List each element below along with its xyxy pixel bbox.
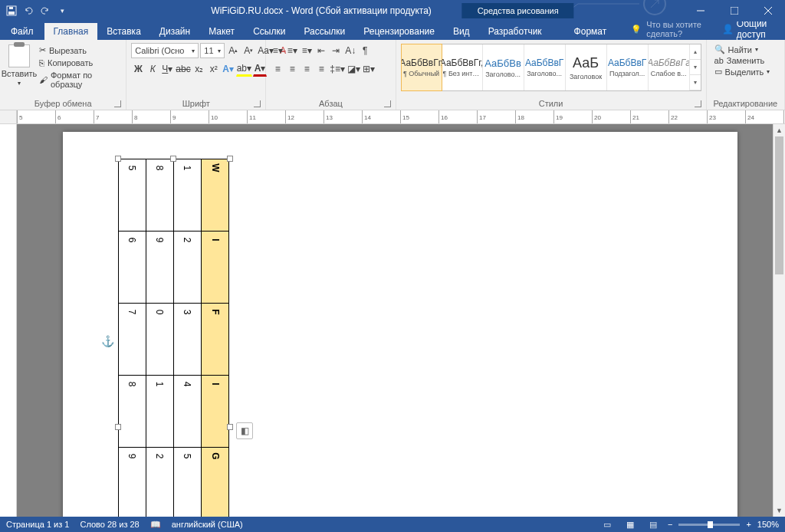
group-paragraph-label: Абзац: [269, 97, 392, 110]
bold-button[interactable]: Ж: [131, 61, 145, 77]
view-read-button[interactable]: ▭: [599, 518, 616, 530]
justify-button[interactable]: ≡: [314, 61, 328, 77]
view-print-button[interactable]: ▦: [622, 518, 639, 530]
status-page[interactable]: Страница 1 из 1: [6, 520, 69, 529]
status-words[interactable]: Слово 28 из 28: [80, 520, 139, 529]
share-button[interactable]: 👤Общий доступ: [722, 18, 777, 40]
bullets-button[interactable]: ≡▾: [271, 43, 284, 58]
tab-mailings[interactable]: Рассылки: [294, 23, 354, 40]
undo-icon[interactable]: [21, 4, 35, 18]
redo-icon[interactable]: [38, 4, 52, 18]
find-button[interactable]: 🔍Найти▾: [714, 44, 770, 54]
tab-developer[interactable]: Разработчик: [479, 23, 551, 40]
underline-button[interactable]: Ч▾: [160, 61, 174, 77]
text-effects-button[interactable]: A▾: [222, 61, 235, 77]
paste-icon: [8, 44, 30, 67]
tab-format[interactable]: Формат: [565, 23, 616, 40]
styles-more[interactable]: ▴▾▾: [690, 44, 701, 90]
handle-tl[interactable]: [115, 156, 121, 162]
tell-me[interactable]: 💡Что вы хотите сделать?: [623, 20, 718, 38]
svg-rect-6: [731, 7, 738, 15]
window-controls: [684, 0, 785, 21]
style-emphasis[interactable]: АаБбВвГгСлабое в...: [649, 44, 690, 90]
format-painter-button[interactable]: 🖌Формат по образцу: [37, 70, 121, 90]
font-color-button[interactable]: A▾: [253, 61, 267, 77]
tab-view[interactable]: Вид: [444, 23, 479, 40]
close-button[interactable]: [751, 0, 785, 21]
font-size-combo[interactable]: 11▾: [200, 43, 225, 58]
group-styles-label: Стили: [399, 97, 703, 110]
grow-font-button[interactable]: A▴: [226, 43, 240, 58]
svg-rect-2: [9, 7, 13, 9]
layout-options-button[interactable]: ◧: [236, 422, 253, 439]
multilevel-button[interactable]: ≡▾: [300, 43, 314, 58]
handle-mr[interactable]: [227, 424, 233, 430]
align-right-button[interactable]: ≡: [300, 61, 314, 77]
align-left-button[interactable]: ≡: [271, 61, 284, 77]
status-proofing-icon[interactable]: 📖: [150, 520, 161, 530]
show-marks-button[interactable]: ¶: [358, 43, 372, 58]
style-heading1[interactable]: АаБбВвЗаголово...: [483, 44, 524, 90]
paste-button[interactable]: Вставить▾: [3, 41, 35, 87]
style-title[interactable]: АаБЗаголовок: [566, 44, 607, 90]
shading-button[interactable]: ◪▾: [347, 61, 361, 77]
strike-button[interactable]: abc: [175, 61, 191, 77]
zoom-level[interactable]: 150%: [757, 520, 779, 529]
subscript-button[interactable]: x₂: [192, 61, 206, 77]
scroll-down[interactable]: ▼: [774, 504, 785, 517]
zoom-in-button[interactable]: +: [746, 520, 751, 529]
copy-icon: ⎘: [39, 58, 44, 67]
select-button[interactable]: ▭Выделить▾: [714, 67, 770, 77]
borders-button[interactable]: ⊞▾: [362, 61, 376, 77]
handle-tr[interactable]: [227, 156, 233, 162]
tab-layout[interactable]: Макет: [199, 23, 244, 40]
tab-insert[interactable]: Вставка: [97, 23, 150, 40]
contextual-tab-label: Средства рисования: [462, 3, 574, 18]
horizontal-ruler[interactable]: 567891011121314151617181920212223242526: [0, 110, 785, 124]
sort-button[interactable]: A↓: [343, 43, 357, 58]
style-normal[interactable]: АаБбВвГг,¶ Обычный: [401, 44, 442, 91]
numbering-button[interactable]: ≡▾: [285, 43, 299, 58]
decrease-indent-button[interactable]: ⇤: [314, 43, 328, 58]
highlight-button[interactable]: ab▾: [236, 61, 252, 77]
italic-button[interactable]: К: [146, 61, 159, 77]
handle-ml[interactable]: [115, 424, 121, 430]
zoom-out-button[interactable]: −: [668, 520, 672, 529]
document-canvas[interactable]: ⚓ ◧ 581W692I703F814I925G: [17, 124, 773, 517]
tab-home[interactable]: Главная: [44, 23, 98, 40]
save-icon[interactable]: [5, 4, 18, 18]
copy-button[interactable]: ⎘Копировать: [37, 57, 121, 68]
shrink-font-button[interactable]: A▾: [241, 43, 255, 58]
replace-button[interactable]: abЗаменить: [714, 56, 770, 65]
scroll-up[interactable]: ▲: [774, 124, 785, 136]
group-editing-label: Редактирование: [710, 97, 781, 110]
superscript-button[interactable]: x²: [207, 61, 221, 77]
cut-button[interactable]: ✂Вырезать: [37, 44, 121, 56]
line-spacing-button[interactable]: ‡≡▾: [329, 61, 346, 77]
share-icon: 👤: [722, 24, 734, 34]
font-name-combo[interactable]: Calibri (Осно▾: [131, 43, 199, 58]
document-area: ⚓ ◧ 581W692I703F814I925G: [0, 124, 773, 517]
tab-references[interactable]: Ссылки: [244, 23, 294, 40]
style-subtitle[interactable]: АаБбВвГПодзагол...: [607, 44, 649, 90]
style-no-spacing[interactable]: АаБбВвГг,¶ Без инте...: [442, 44, 483, 90]
status-language[interactable]: английский (США): [172, 520, 243, 529]
maximize-button[interactable]: [718, 0, 751, 21]
view-web-button[interactable]: ▤: [645, 518, 662, 530]
tab-file[interactable]: Файл: [0, 23, 44, 40]
vertical-scrollbar[interactable]: ▲ ▼: [773, 124, 785, 517]
handle-tm[interactable]: [170, 156, 176, 162]
styles-gallery[interactable]: АаБбВвГг,¶ Обычный АаБбВвГг,¶ Без инте..…: [401, 44, 701, 91]
qat-more-icon[interactable]: ▾: [55, 4, 69, 18]
tab-design[interactable]: Дизайн: [150, 23, 199, 40]
align-center-button[interactable]: ≡: [285, 61, 299, 77]
vertical-ruler[interactable]: [0, 124, 17, 517]
style-heading2[interactable]: АаБбВвГЗаголово...: [524, 44, 566, 90]
increase-indent-button[interactable]: ⇥: [329, 43, 343, 58]
table-object[interactable]: ◧ 581W692I703F814I925G: [118, 159, 229, 517]
ribbon: Вставить▾ ✂Вырезать ⎘Копировать 🖌Формат …: [0, 40, 785, 110]
scroll-thumb[interactable]: [775, 136, 783, 274]
svg-point-3: [644, 0, 665, 15]
tab-review[interactable]: Рецензирование: [354, 23, 444, 40]
zoom-slider[interactable]: [678, 524, 740, 526]
